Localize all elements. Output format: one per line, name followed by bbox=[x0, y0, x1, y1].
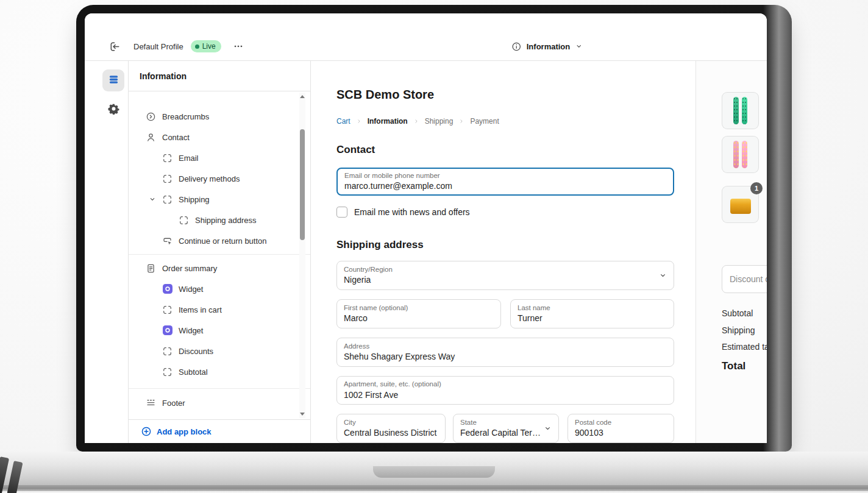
step-selector-label: Information bbox=[527, 42, 571, 51]
sections-tab-button[interactable] bbox=[102, 69, 124, 91]
exit-icon[interactable] bbox=[108, 40, 121, 53]
tree-divider bbox=[129, 254, 310, 255]
product-thumbnail-green-snowboard bbox=[722, 92, 759, 129]
discount-placeholder: Discount code bbox=[730, 274, 767, 284]
product-thumbnail-gift-card: 1 bbox=[722, 186, 759, 223]
field-label: Last name bbox=[518, 304, 667, 312]
block-icon bbox=[162, 346, 173, 356]
field-value: 1002 First Ave bbox=[344, 390, 667, 400]
topbar-left-group: Default Profile Live bbox=[108, 32, 244, 61]
more-actions-icon[interactable] bbox=[232, 40, 244, 52]
sidebar-item-widget-1[interactable]: Widget bbox=[129, 278, 310, 299]
product-thumbnail-pink-snowboard bbox=[722, 136, 759, 173]
breadcrumb-cart-link[interactable]: Cart bbox=[336, 117, 350, 126]
sidebar-item-widget-2[interactable]: Widget bbox=[129, 320, 310, 341]
block-icon bbox=[162, 305, 173, 315]
city-field[interactable]: City Central Business District bbox=[336, 414, 446, 443]
sidebar-item-continue-button[interactable]: Continue or return button bbox=[129, 230, 310, 251]
sidebar-item-label: Subtotal bbox=[179, 367, 208, 377]
editor-icon-rail bbox=[85, 61, 128, 443]
sidebar-item-delivery-methods[interactable]: Delivery methods bbox=[129, 168, 310, 189]
laptop-base bbox=[0, 452, 868, 485]
sections-icon bbox=[108, 74, 119, 88]
newsletter-checkbox[interactable] bbox=[336, 207, 347, 218]
checkout-breadcrumb: Cart Information Shipping Payment bbox=[336, 117, 499, 126]
info-icon bbox=[511, 41, 522, 52]
sidebar-item-label: Breadcrumbs bbox=[162, 112, 209, 121]
sidebar-item-label: Email bbox=[179, 154, 199, 163]
total-row-label: Total bbox=[722, 360, 745, 372]
sidebar-item-label: Order summary bbox=[162, 264, 217, 273]
pink-snowboard-image bbox=[722, 137, 758, 172]
live-badge-label: Live bbox=[202, 42, 216, 51]
chevron-right-icon bbox=[458, 118, 464, 124]
panel-header: Information bbox=[129, 61, 310, 91]
sidebar-item-order-summary[interactable]: Order summary bbox=[129, 258, 310, 278]
gear-icon bbox=[108, 103, 119, 117]
block-icon bbox=[162, 174, 173, 184]
sidebar-item-label: Shipping address bbox=[195, 216, 256, 225]
sidebar-item-footer[interactable]: Footer bbox=[129, 392, 310, 413]
sidebar-item-email[interactable]: Email bbox=[129, 147, 310, 168]
order-summary-column: 1 Discount code Subtotal Shipping Estima… bbox=[695, 61, 767, 443]
sidebar-item-label: Delivery methods bbox=[179, 174, 240, 183]
sidebar-item-shipping-address[interactable]: Shipping address bbox=[129, 210, 310, 230]
sidebar-item-label: Widget bbox=[179, 326, 203, 335]
step-selector-dropdown[interactable]: Information bbox=[511, 32, 583, 61]
field-label: Postal code bbox=[575, 419, 667, 427]
scroll-up-arrow-icon[interactable] bbox=[300, 95, 305, 98]
sidebar-item-label: Widget bbox=[179, 285, 203, 294]
page-background: Default Profile Live Information bbox=[0, 0, 868, 493]
sections-panel: Information Breadcrumbs Contact Email bbox=[128, 61, 311, 443]
settings-tab-button[interactable] bbox=[102, 99, 124, 121]
panel-scrollbar[interactable] bbox=[299, 93, 305, 418]
app-widget-icon bbox=[162, 325, 173, 336]
apartment-field[interactable]: Apartment, suite, etc. (optional) 1002 F… bbox=[336, 376, 674, 405]
field-value: Shehu Shagary Express Way bbox=[344, 352, 667, 362]
checkout-preview: SCB Demo Store Cart Information Shipping… bbox=[311, 61, 767, 443]
discount-code-input[interactable]: Discount code bbox=[722, 265, 767, 293]
field-label: Apartment, suite, etc. (optional) bbox=[344, 380, 667, 388]
receipt-icon bbox=[146, 263, 156, 274]
address-field[interactable]: Address Shehu Shagary Express Way bbox=[336, 338, 674, 367]
first-name-field[interactable]: First name (optional) Marco bbox=[336, 299, 501, 328]
sidebar-item-label: Continue or return button bbox=[179, 236, 267, 246]
breadcrumbs-icon bbox=[146, 112, 156, 122]
country-select[interactable]: Country/Region Nigeria bbox=[336, 261, 674, 290]
email-field[interactable]: Email or mobile phone number marco.turne… bbox=[336, 168, 674, 196]
sidebar-item-label: Items in cart bbox=[179, 305, 222, 314]
add-app-block-label: Add app block bbox=[157, 427, 212, 436]
laptop-base-edge bbox=[0, 485, 868, 491]
sidebar-item-items-in-cart[interactable]: Items in cart bbox=[129, 299, 310, 320]
add-app-block-button[interactable]: Add app block bbox=[129, 419, 310, 443]
field-value: Turner bbox=[518, 313, 667, 324]
chevron-right-icon bbox=[413, 118, 419, 124]
shipping-address-heading: Shipping address bbox=[336, 239, 424, 251]
breadcrumb-shipping: Shipping bbox=[425, 117, 454, 126]
field-value: 900103 bbox=[575, 428, 667, 438]
profile-name: Default Profile bbox=[133, 42, 183, 51]
field-value: marco.turner@example.com bbox=[344, 181, 666, 191]
sidebar-item-shipping[interactable]: Shipping bbox=[129, 189, 310, 210]
person-icon bbox=[146, 132, 156, 143]
gift-card-image bbox=[730, 199, 751, 214]
chevron-down-icon bbox=[575, 43, 582, 50]
sidebar-item-label: Shipping bbox=[179, 195, 210, 204]
sidebar-item-discounts[interactable]: Discounts bbox=[129, 341, 310, 361]
sidebar-item-contact[interactable]: Contact bbox=[129, 127, 310, 147]
sidebar-item-subtotal[interactable]: Subtotal bbox=[129, 361, 310, 382]
laptop-trackpad-notch bbox=[373, 466, 495, 478]
chevron-down-icon[interactable] bbox=[149, 196, 156, 203]
store-name: SCB Demo Store bbox=[336, 88, 434, 102]
scrollbar-thumb[interactable] bbox=[300, 129, 305, 240]
last-name-field[interactable]: Last name Turner bbox=[510, 299, 674, 328]
state-select[interactable]: State Federal Capital Territory bbox=[453, 414, 559, 443]
postal-code-field[interactable]: Postal code 900103 bbox=[567, 414, 674, 443]
scroll-down-arrow-icon[interactable] bbox=[300, 413, 305, 416]
sidebar-item-breadcrumbs[interactable]: Breadcrumbs bbox=[129, 106, 310, 127]
block-icon bbox=[162, 153, 173, 163]
block-icon bbox=[179, 215, 189, 225]
taxes-row-label: Estimated taxes bbox=[722, 342, 767, 352]
field-label: Email or mobile phone number bbox=[344, 172, 666, 180]
green-snowboard-image bbox=[722, 93, 758, 129]
